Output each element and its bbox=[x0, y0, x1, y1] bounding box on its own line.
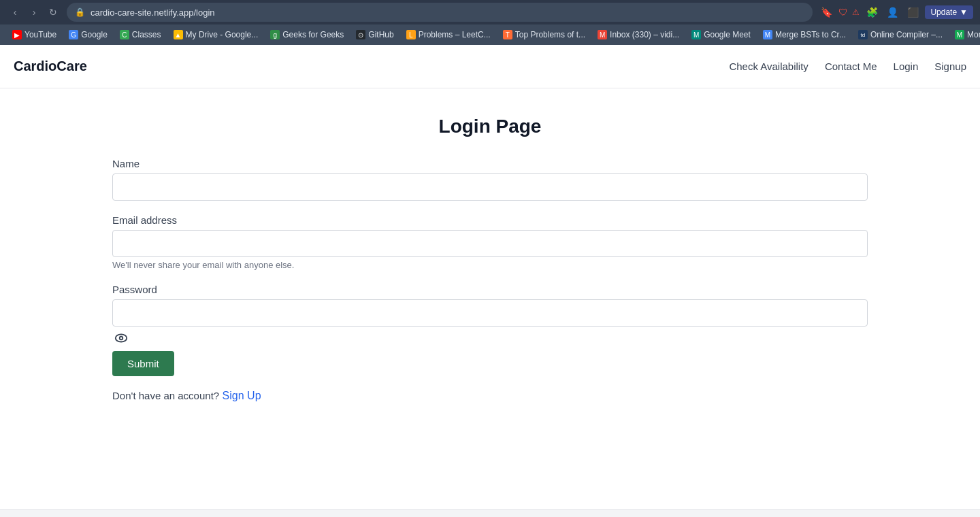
menu-icon[interactable]: ⬛ bbox=[904, 4, 921, 20]
bookmark-geeksforgeeks[interactable]: g Geeks for Geeks bbox=[265, 28, 349, 41]
browser-chrome: ‹ › ↻ 🔒 cardio-care-site.netlify.app/log… bbox=[0, 0, 980, 45]
email-hint: We'll never share your email with anyone… bbox=[112, 260, 868, 270]
youtube-favicon: ▶ bbox=[12, 30, 22, 39]
bookmarks-bar: ▶ YouTube G Google C Classes ▲ My Drive … bbox=[0, 24, 980, 45]
nav-check-availability[interactable]: Check Availability bbox=[729, 61, 808, 72]
reload-button[interactable]: ↻ bbox=[45, 4, 61, 20]
browser-actions: 🔖 🛡 ⚠ 🧩 👤 ⬛ Update ▼ bbox=[818, 4, 973, 20]
extensions-icon[interactable]: 🧩 bbox=[864, 4, 880, 20]
signup-prompt-wrapper: Don't have an account? Sign Up bbox=[112, 390, 868, 402]
signup-link[interactable]: Sign Up bbox=[223, 390, 261, 401]
lock-icon: 🔒 bbox=[75, 7, 85, 17]
classes-favicon: C bbox=[120, 30, 129, 39]
bookmark-inbox[interactable]: M Inbox (330) – vidi... bbox=[592, 28, 685, 41]
gfg-favicon: g bbox=[270, 30, 280, 39]
bookmark-icon[interactable]: 🔖 bbox=[818, 4, 834, 20]
back-button[interactable]: ‹ bbox=[7, 4, 23, 20]
signup-prompt-text: Don't have an account? bbox=[112, 390, 219, 401]
bookmark-mongodb[interactable]: M MongoDb Tutorial... bbox=[949, 28, 980, 41]
password-field-group: Password bbox=[112, 284, 868, 327]
main-content: Login Page Name Email address We'll neve… bbox=[0, 88, 980, 429]
bookmark-github[interactable]: ⊙ GitHub bbox=[350, 28, 399, 41]
address-bar[interactable]: 🔒 cardio-care-site.netlify.app/login bbox=[67, 3, 813, 22]
update-button[interactable]: Update ▼ bbox=[925, 5, 973, 19]
mongodb-favicon: M bbox=[955, 30, 964, 39]
google-favicon: G bbox=[69, 30, 78, 39]
email-input[interactable] bbox=[112, 230, 868, 257]
compiler-favicon: td bbox=[858, 30, 868, 39]
submit-wrapper: Submit bbox=[112, 340, 868, 390]
browser-toolbar: ‹ › ↻ 🔒 cardio-care-site.netlify.app/log… bbox=[0, 0, 980, 24]
user-profile-icon[interactable]: 👤 bbox=[884, 4, 900, 20]
scrollbar-area[interactable] bbox=[0, 509, 980, 517]
password-toggle-button[interactable] bbox=[112, 329, 130, 347]
bookmark-leetcode[interactable]: L Problems – LeetC... bbox=[401, 28, 496, 41]
leetcode-favicon: L bbox=[406, 30, 416, 39]
top-problems-favicon: T bbox=[503, 30, 512, 39]
bookmark-my-drive[interactable]: ▲ My Drive - Google... bbox=[168, 28, 264, 41]
page-content: CardioCare Check Availability Contact Me… bbox=[0, 45, 980, 509]
nav-signup[interactable]: Signup bbox=[934, 61, 966, 72]
email-field-group: Email address We'll never share your ema… bbox=[112, 214, 868, 270]
github-favicon: ⊙ bbox=[356, 30, 365, 39]
drive-favicon: ▲ bbox=[174, 30, 183, 39]
brave-shield-icon[interactable]: 🛡 bbox=[838, 7, 848, 18]
bookmark-youtube[interactable]: ▶ YouTube bbox=[7, 28, 62, 41]
bookmark-classes[interactable]: C Classes bbox=[114, 28, 167, 41]
name-field-group: Name bbox=[112, 158, 868, 201]
nav-links: Check Availability Contact Me Login Sign… bbox=[729, 61, 966, 72]
submit-button[interactable]: Submit bbox=[112, 351, 174, 376]
name-label: Name bbox=[112, 158, 868, 169]
brave-alert-icon[interactable]: ⚠ bbox=[852, 7, 860, 17]
name-input[interactable] bbox=[112, 173, 868, 201]
nav-login[interactable]: Login bbox=[894, 61, 919, 72]
nav-buttons: ‹ › ↻ bbox=[7, 4, 61, 20]
bookmark-online-compiler[interactable]: td Online Compiler –... bbox=[853, 28, 948, 41]
svg-point-1 bbox=[120, 337, 123, 340]
bookmark-google-meet[interactable]: M Google Meet bbox=[686, 28, 756, 41]
brand-logo[interactable]: CardioCare bbox=[14, 59, 87, 74]
nav-contact-me[interactable]: Contact Me bbox=[825, 61, 877, 72]
email-label: Email address bbox=[112, 214, 868, 226]
bookmark-merge-bsts[interactable]: M Merge BSTs to Cr... bbox=[757, 28, 851, 41]
inbox-favicon: M bbox=[598, 30, 607, 39]
password-label: Password bbox=[112, 284, 868, 295]
password-input[interactable] bbox=[112, 299, 868, 327]
page-title: Login Page bbox=[439, 116, 542, 137]
login-form: Name Email address We'll never share you… bbox=[112, 158, 868, 402]
forward-button[interactable]: › bbox=[26, 4, 42, 20]
meet-favicon: M bbox=[691, 30, 701, 39]
bookmark-google[interactable]: G Google bbox=[63, 28, 113, 41]
bookmark-top-problems[interactable]: T Top Problems of t... bbox=[497, 28, 591, 41]
eye-icon bbox=[114, 331, 129, 346]
url-text: cardio-care-site.netlify.app/login bbox=[91, 7, 215, 18]
svg-point-0 bbox=[116, 335, 127, 342]
navbar: CardioCare Check Availability Contact Me… bbox=[0, 45, 980, 88]
merge-favicon: M bbox=[763, 30, 772, 39]
password-input-wrapper bbox=[112, 299, 868, 327]
